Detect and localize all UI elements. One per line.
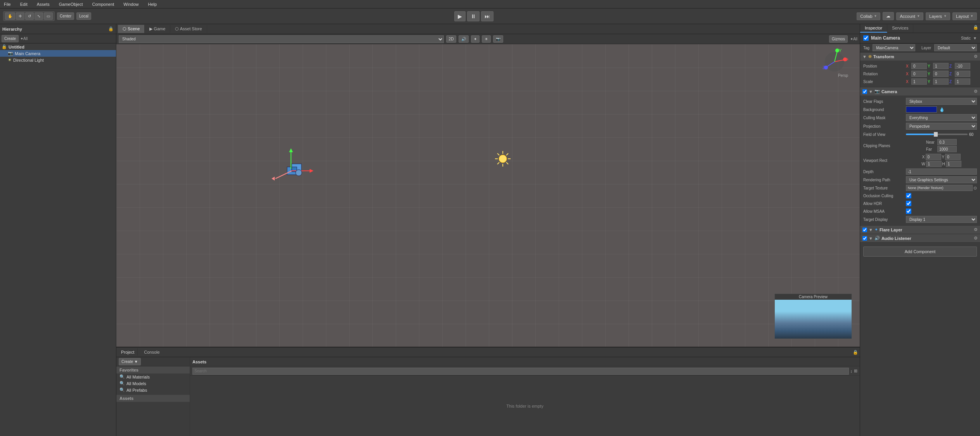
tab-console[interactable]: Console (141, 348, 163, 356)
shading-dropdown[interactable]: Shaded (119, 35, 444, 43)
scale-x[interactable] (911, 78, 927, 85)
rendering-path-select[interactable]: Use Graphics Settings (906, 176, 977, 183)
layout-button[interactable]: Layout ▼ (952, 12, 977, 20)
occlusion-culling-checkbox[interactable] (906, 193, 911, 198)
menu-edit[interactable]: Edit (18, 1, 30, 7)
layer-select[interactable]: Default (934, 44, 977, 51)
allow-hdr-checkbox[interactable] (906, 201, 911, 206)
depth-input[interactable] (906, 168, 977, 175)
bottom-lock-icon[interactable]: 🔒 (853, 350, 858, 355)
assets-sort-icon[interactable]: ↕ (850, 369, 853, 373)
menu-file[interactable]: File (2, 1, 13, 7)
center-button[interactable]: Center (57, 12, 74, 20)
tab-scene[interactable]: ⬡ Scene (118, 25, 145, 33)
inspector-lock-icon[interactable]: 🔒 (971, 24, 980, 33)
project-all-models[interactable]: 🔍 All Models (116, 380, 190, 387)
scene-view[interactable]: X Y Z Persp (116, 44, 860, 347)
audio-listener-checkbox[interactable] (862, 236, 867, 241)
position-x[interactable] (911, 63, 927, 69)
scale-y[interactable] (933, 78, 949, 85)
cloud-button[interactable]: ☁ (883, 12, 894, 20)
play-button[interactable]: ▶ (454, 11, 466, 21)
tab-game[interactable]: ▶ Game (145, 25, 170, 33)
position-y[interactable] (933, 63, 949, 69)
tag-select[interactable]: MainCamera (873, 44, 915, 51)
project-create-button[interactable]: Create ▼ (119, 358, 141, 365)
menu-component[interactable]: Component (90, 1, 116, 7)
transform-header[interactable]: ▼ ⊕ Transform ⚙ (860, 52, 980, 61)
collab-dropdown-arrow: ▼ (874, 14, 877, 18)
background-color-swatch[interactable] (906, 106, 937, 113)
camera-settings-icon[interactable]: ⚙ (974, 89, 978, 94)
local-button[interactable]: Local (76, 12, 91, 20)
collab-button[interactable]: Collab ▼ (857, 12, 880, 20)
layers-button[interactable]: Layers ▼ (926, 12, 950, 20)
rotation-y[interactable] (933, 71, 949, 77)
tab-asset-store[interactable]: ⬡ Asset Store (170, 25, 207, 33)
audio-toggle[interactable]: 🔊 (459, 35, 469, 43)
position-z[interactable] (955, 63, 970, 69)
viewport-y[interactable] (945, 154, 961, 160)
hierarchy-item-main-camera[interactable]: 📷 Main Camera (0, 50, 116, 57)
viewport-w[interactable] (926, 161, 942, 167)
menu-assets[interactable]: Assets (35, 1, 52, 7)
audio-listener-header[interactable]: ▼ 🔊 Audio Listener ⚙ (860, 234, 980, 242)
viewport-h[interactable] (946, 161, 961, 167)
rotation-z[interactable] (955, 71, 970, 77)
assets-search-input[interactable] (192, 368, 849, 375)
project-all-prefabs[interactable]: 🔍 All Prefabs (116, 387, 190, 393)
camera-header[interactable]: ▼ 📷 Camera ⚙ (860, 87, 980, 96)
object-active-checkbox[interactable] (863, 35, 869, 41)
fx-toggle[interactable]: ✦ (471, 35, 480, 43)
menu-help[interactable]: Help (145, 1, 159, 7)
allow-msaa-checkbox[interactable] (906, 208, 911, 214)
step-button[interactable]: ⏭ (481, 11, 493, 21)
hierarchy-scene[interactable]: 🔒 Untitled (0, 43, 116, 50)
tab-inspector[interactable]: Inspector (860, 24, 887, 33)
tab-project[interactable]: Project (118, 348, 138, 356)
lock-icon[interactable]: 🔒 (108, 26, 114, 31)
background-eyedropper-icon[interactable]: 💧 (939, 107, 945, 112)
target-display-select[interactable]: Display 1 (906, 216, 977, 223)
projection-select[interactable]: Perspective (906, 123, 977, 130)
target-texture-picker-icon[interactable]: ⊙ (973, 186, 977, 191)
tab-services[interactable]: Services (887, 24, 913, 33)
viewport-x[interactable] (926, 154, 941, 160)
move-tool[interactable]: ✛ (16, 12, 24, 20)
camera-enabled-checkbox[interactable] (862, 89, 867, 94)
rotate-tool[interactable]: ↺ (25, 12, 34, 20)
menu-gameobject[interactable]: GameObject (57, 1, 85, 7)
transform-settings-icon[interactable]: ⚙ (974, 54, 978, 59)
scale-z[interactable] (955, 78, 970, 85)
near-input[interactable] (937, 139, 957, 145)
hierarchy-create-button[interactable]: Create (2, 35, 19, 42)
flare-layer-settings-icon[interactable]: ⚙ (974, 227, 978, 232)
static-dropdown-arrow[interactable]: ▼ (973, 36, 977, 40)
audio-listener-title: Audio Listener (881, 236, 971, 241)
audio-listener-settings-icon[interactable]: ⚙ (974, 236, 978, 241)
pause-button[interactable]: ⏸ (467, 11, 480, 21)
tag-layer-row: Tag MainCamera Layer Default (860, 43, 980, 52)
hierarchy-item-directional-light[interactable]: ☀ Directional Light (0, 57, 116, 63)
gizmo-widget[interactable]: X Y Z (821, 48, 848, 75)
scene-camera-settings[interactable]: 📷 (493, 35, 503, 43)
flare-layer-checkbox[interactable] (862, 228, 867, 232)
fov-slider-handle[interactable] (934, 132, 938, 137)
rect-tool[interactable]: ▭ (44, 12, 53, 20)
clear-flags-select[interactable]: Skybox (906, 98, 977, 105)
2d-button[interactable]: 2D (446, 35, 457, 43)
menu-window[interactable]: Window (121, 1, 141, 7)
flare-layer-header[interactable]: ▼ ✦ Flare Layer ⚙ (860, 226, 980, 234)
far-input[interactable] (937, 146, 957, 152)
add-component-button[interactable]: Add Component (863, 247, 977, 257)
target-texture-input[interactable] (906, 185, 973, 191)
gizmos-button[interactable]: Gizmos (829, 35, 848, 43)
scene-lighting[interactable]: ☀ (482, 35, 491, 43)
project-all-materials[interactable]: 🔍 All Materials (116, 373, 190, 380)
culling-mask-select[interactable]: Everything (906, 114, 977, 121)
rotation-x[interactable] (911, 71, 927, 77)
account-button[interactable]: Account ▼ (896, 12, 923, 20)
assets-filter-icon[interactable]: ⊞ (854, 368, 857, 373)
scale-tool[interactable]: ⤡ (35, 12, 43, 20)
hand-tool[interactable]: ✋ (5, 12, 15, 20)
